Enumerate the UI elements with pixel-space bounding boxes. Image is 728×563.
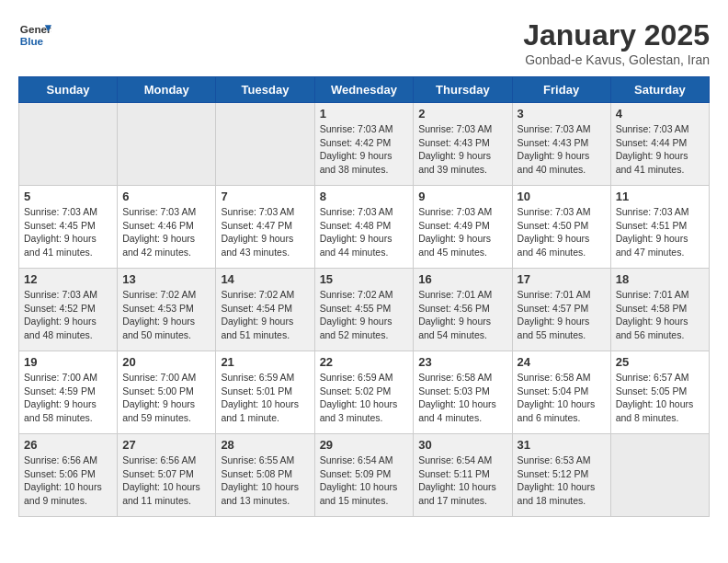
calendar-day-cell: 6Sunrise: 7:03 AM Sunset: 4:46 PM Daylig…: [118, 186, 216, 269]
calendar-day-cell: 3Sunrise: 7:03 AM Sunset: 4:43 PM Daylig…: [512, 103, 610, 186]
day-number: 14: [221, 272, 309, 286]
weekday-header-wednesday: Wednesday: [314, 77, 414, 103]
day-number: 17: [518, 272, 606, 286]
title-block: January 2025 Gonbad-e Kavus, Golestan, I…: [523, 18, 710, 67]
calendar-day-cell: 31Sunrise: 6:53 AM Sunset: 5:12 PM Dayli…: [512, 434, 610, 517]
weekday-header-monday: Monday: [118, 77, 216, 103]
calendar-day-cell: 23Sunrise: 6:58 AM Sunset: 5:03 PM Dayli…: [414, 351, 512, 434]
day-info: Sunrise: 7:01 AM Sunset: 4:58 PM Dayligh…: [616, 288, 704, 342]
day-info: Sunrise: 7:00 AM Sunset: 4:59 PM Dayligh…: [24, 371, 112, 425]
calendar-day-cell: [216, 103, 314, 186]
day-info: Sunrise: 6:58 AM Sunset: 5:03 PM Dayligh…: [418, 371, 506, 425]
day-info: Sunrise: 7:03 AM Sunset: 4:52 PM Dayligh…: [24, 288, 112, 342]
calendar-day-cell: 15Sunrise: 7:02 AM Sunset: 4:55 PM Dayli…: [314, 269, 414, 351]
day-info: Sunrise: 6:59 AM Sunset: 5:02 PM Dayligh…: [320, 371, 409, 425]
weekday-header-friday: Friday: [512, 77, 610, 103]
calendar-day-cell: 14Sunrise: 7:02 AM Sunset: 4:54 PM Dayli…: [216, 269, 314, 351]
calendar-week-row: 26Sunrise: 6:56 AM Sunset: 5:06 PM Dayli…: [19, 434, 710, 517]
calendar-day-cell: 17Sunrise: 7:01 AM Sunset: 4:57 PM Dayli…: [512, 269, 610, 351]
page-header: General Blue January 2025 Gonbad-e Kavus…: [18, 18, 710, 67]
day-info: Sunrise: 7:03 AM Sunset: 4:43 PM Dayligh…: [418, 122, 506, 177]
calendar-day-cell: [118, 103, 216, 186]
day-info: Sunrise: 7:03 AM Sunset: 4:48 PM Dayligh…: [320, 205, 409, 259]
day-info: Sunrise: 6:58 AM Sunset: 5:04 PM Dayligh…: [518, 371, 606, 425]
day-info: Sunrise: 7:02 AM Sunset: 4:53 PM Dayligh…: [122, 288, 210, 342]
calendar-day-cell: 1Sunrise: 7:03 AM Sunset: 4:42 PM Daylig…: [314, 103, 414, 186]
svg-text:General: General: [20, 23, 51, 35]
calendar-day-cell: 26Sunrise: 6:56 AM Sunset: 5:06 PM Dayli…: [19, 434, 118, 517]
day-number: 8: [320, 190, 409, 203]
calendar-table: SundayMondayTuesdayWednesdayThursdayFrid…: [18, 76, 710, 517]
day-info: Sunrise: 6:54 AM Sunset: 5:09 PM Dayligh…: [320, 454, 409, 508]
day-info: Sunrise: 7:01 AM Sunset: 4:57 PM Dayligh…: [518, 288, 606, 342]
calendar-day-cell: 21Sunrise: 6:59 AM Sunset: 5:01 PM Dayli…: [216, 351, 314, 434]
calendar-day-cell: 12Sunrise: 7:03 AM Sunset: 4:52 PM Dayli…: [19, 269, 118, 351]
calendar-day-cell: 13Sunrise: 7:02 AM Sunset: 4:53 PM Dayli…: [118, 269, 216, 351]
day-number: 10: [518, 190, 606, 203]
day-number: 1: [320, 107, 409, 121]
day-info: Sunrise: 7:03 AM Sunset: 4:51 PM Dayligh…: [616, 205, 704, 259]
day-number: 2: [418, 107, 506, 121]
calendar-week-row: 1Sunrise: 7:03 AM Sunset: 4:42 PM Daylig…: [19, 103, 710, 186]
day-number: 12: [24, 272, 112, 286]
calendar-day-cell: 25Sunrise: 6:57 AM Sunset: 5:05 PM Dayli…: [610, 351, 709, 434]
day-number: 4: [616, 107, 704, 121]
calendar-day-cell: [610, 434, 709, 517]
day-info: Sunrise: 6:56 AM Sunset: 5:06 PM Dayligh…: [24, 454, 112, 508]
day-info: Sunrise: 7:03 AM Sunset: 4:44 PM Dayligh…: [616, 122, 704, 177]
day-info: Sunrise: 6:54 AM Sunset: 5:11 PM Dayligh…: [418, 454, 506, 508]
calendar-day-cell: 24Sunrise: 6:58 AM Sunset: 5:04 PM Dayli…: [512, 351, 610, 434]
day-number: 20: [122, 355, 210, 369]
calendar-day-cell: 28Sunrise: 6:55 AM Sunset: 5:08 PM Dayli…: [216, 434, 314, 517]
day-number: 25: [616, 355, 704, 369]
day-number: 24: [518, 355, 606, 369]
day-info: Sunrise: 7:03 AM Sunset: 4:42 PM Dayligh…: [320, 122, 409, 177]
day-number: 22: [320, 355, 409, 369]
day-info: Sunrise: 7:01 AM Sunset: 4:56 PM Dayligh…: [418, 288, 506, 342]
svg-text:Blue: Blue: [20, 35, 44, 47]
day-number: 21: [221, 355, 309, 369]
day-info: Sunrise: 7:03 AM Sunset: 4:47 PM Dayligh…: [221, 205, 309, 259]
day-info: Sunrise: 6:53 AM Sunset: 5:12 PM Dayligh…: [518, 454, 606, 508]
day-info: Sunrise: 6:59 AM Sunset: 5:01 PM Dayligh…: [221, 371, 309, 425]
day-number: 3: [518, 107, 606, 121]
weekday-header-saturday: Saturday: [610, 77, 709, 103]
day-number: 11: [616, 190, 704, 203]
day-info: Sunrise: 6:56 AM Sunset: 5:07 PM Dayligh…: [122, 454, 210, 508]
calendar-day-cell: 22Sunrise: 6:59 AM Sunset: 5:02 PM Dayli…: [314, 351, 414, 434]
day-number: 5: [24, 190, 112, 203]
calendar-day-cell: 8Sunrise: 7:03 AM Sunset: 4:48 PM Daylig…: [314, 186, 414, 269]
day-number: 29: [320, 438, 409, 452]
calendar-week-row: 12Sunrise: 7:03 AM Sunset: 4:52 PM Dayli…: [19, 269, 710, 351]
day-number: 30: [418, 438, 506, 452]
calendar-week-row: 5Sunrise: 7:03 AM Sunset: 4:45 PM Daylig…: [19, 186, 710, 269]
calendar-day-cell: [19, 103, 118, 186]
weekday-header-thursday: Thursday: [414, 77, 512, 103]
weekday-header-sunday: Sunday: [19, 77, 118, 103]
day-info: Sunrise: 7:03 AM Sunset: 4:46 PM Dayligh…: [122, 205, 210, 259]
day-number: 6: [122, 190, 210, 203]
day-info: Sunrise: 7:03 AM Sunset: 4:45 PM Dayligh…: [24, 205, 112, 259]
logo: General Blue: [18, 18, 51, 52]
calendar-day-cell: 18Sunrise: 7:01 AM Sunset: 4:58 PM Dayli…: [610, 269, 709, 351]
day-info: Sunrise: 7:03 AM Sunset: 4:50 PM Dayligh…: [518, 205, 606, 259]
day-info: Sunrise: 6:55 AM Sunset: 5:08 PM Dayligh…: [221, 454, 309, 508]
day-number: 7: [221, 190, 309, 203]
calendar-day-cell: 20Sunrise: 7:00 AM Sunset: 5:00 PM Dayli…: [118, 351, 216, 434]
day-number: 28: [221, 438, 309, 452]
calendar-day-cell: 27Sunrise: 6:56 AM Sunset: 5:07 PM Dayli…: [118, 434, 216, 517]
logo-icon: General Blue: [18, 18, 51, 52]
day-info: Sunrise: 7:02 AM Sunset: 4:55 PM Dayligh…: [320, 288, 409, 342]
day-info: Sunrise: 7:02 AM Sunset: 4:54 PM Dayligh…: [221, 288, 309, 342]
location-subtitle: Gonbad-e Kavus, Golestan, Iran: [523, 52, 710, 67]
weekday-header-row: SundayMondayTuesdayWednesdayThursdayFrid…: [19, 77, 710, 103]
calendar-day-cell: 10Sunrise: 7:03 AM Sunset: 4:50 PM Dayli…: [512, 186, 610, 269]
day-number: 27: [122, 438, 210, 452]
calendar-day-cell: 30Sunrise: 6:54 AM Sunset: 5:11 PM Dayli…: [414, 434, 512, 517]
calendar-day-cell: 16Sunrise: 7:01 AM Sunset: 4:56 PM Dayli…: [414, 269, 512, 351]
calendar-day-cell: 9Sunrise: 7:03 AM Sunset: 4:49 PM Daylig…: [414, 186, 512, 269]
calendar-day-cell: 2Sunrise: 7:03 AM Sunset: 4:43 PM Daylig…: [414, 103, 512, 186]
day-number: 18: [616, 272, 704, 286]
day-number: 19: [24, 355, 112, 369]
day-info: Sunrise: 6:57 AM Sunset: 5:05 PM Dayligh…: [616, 371, 704, 425]
